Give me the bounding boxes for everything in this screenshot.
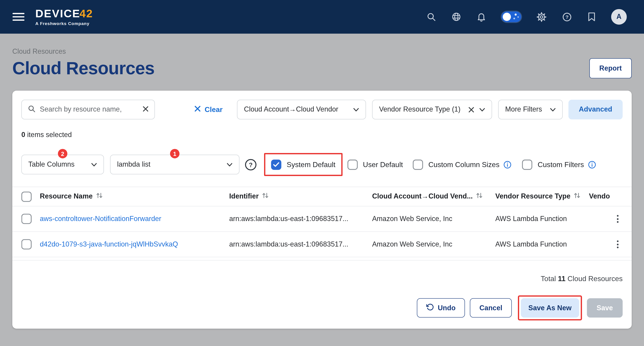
globe-icon[interactable] (452, 12, 461, 22)
navbar-right: ? A (426, 9, 632, 24)
chevron-down-icon (91, 161, 97, 169)
viewport: DEVICE42 A Freshworks Company (0, 0, 644, 346)
identifier-cell: arn:aws:lambda:us-east-1:09683517... (229, 240, 372, 248)
advanced-button[interactable]: Advanced (568, 100, 622, 120)
chevron-down-icon (227, 161, 232, 169)
user-default-group: User Default (347, 159, 403, 170)
chevron-down-icon (550, 105, 556, 114)
column-header-resource-name[interactable]: Resource Name (40, 192, 229, 200)
undo-button[interactable]: Undo (417, 298, 465, 318)
row-checkbox-cell (22, 239, 40, 249)
remove-filter-icon[interactable] (468, 107, 474, 113)
undo-icon (426, 303, 434, 313)
row-actions-kebab-icon[interactable] (615, 239, 620, 250)
sort-icon (476, 192, 483, 200)
select-all-checkbox[interactable] (22, 191, 32, 202)
footer-buttons-row: Undo Cancel Save As New Save (22, 296, 623, 321)
annotation-badge-2: 2 (58, 149, 67, 158)
selected-count: 0 (22, 131, 25, 139)
system-default-checkbox[interactable] (271, 159, 282, 170)
column-header-vendor-resource-type[interactable]: Vendor Resource Type (496, 192, 589, 200)
report-button[interactable]: Report (589, 58, 632, 78)
cloud-account-cell: Amazon Web Service, Inc (372, 215, 496, 223)
items-selected-text: 0 items selected (22, 131, 623, 139)
resource-name-link[interactable]: d42do-1079-s3-java-function-jqWlHbSvvkaQ (40, 240, 178, 248)
hamburger-menu-icon[interactable] (12, 12, 24, 22)
device42-logo[interactable]: DEVICE42 A Freshworks Company (35, 8, 93, 25)
breadcrumb[interactable]: Cloud Resources (12, 48, 632, 56)
bell-icon[interactable] (476, 12, 486, 22)
search-input[interactable] (40, 105, 138, 114)
top-navbar: DEVICE42 A Freshworks Company (0, 0, 644, 34)
user-default-label: User Default (363, 160, 403, 169)
vendor-resource-type-dropdown[interactable]: Vendor Resource Type (1) (372, 100, 492, 120)
row-checkbox-cell (22, 214, 40, 224)
row-actions-kebab-icon[interactable] (615, 213, 620, 224)
page-body: Cloud Resources Cloud Resources Report (0, 48, 644, 329)
user-default-checkbox[interactable] (347, 159, 358, 170)
column-header-vendor-truncated[interactable]: Vendo (589, 192, 613, 200)
save-button[interactable]: Save (587, 298, 622, 318)
dropdown-value: Cloud Account→Cloud Vendor (244, 105, 353, 114)
logo-subtitle: A Freshworks Company (35, 21, 93, 26)
clear-filters-link[interactable]: Clear (194, 105, 223, 114)
header-checkbox-cell (22, 191, 40, 202)
toggle-knob (503, 13, 511, 21)
help-circle-icon[interactable]: ? (245, 159, 256, 171)
more-filters-dropdown[interactable]: More Filters (498, 100, 563, 120)
clear-search-icon[interactable] (142, 106, 148, 113)
svg-text:?: ? (566, 14, 568, 20)
sort-icon (96, 192, 102, 200)
toggle-dot (514, 13, 516, 15)
filters-row: Clear Cloud Account→Cloud Vendor Vendor … (22, 100, 623, 120)
bookmark-icon[interactable] (587, 12, 596, 22)
total-count-text: Total 11 Cloud Resources (22, 275, 623, 283)
column-header-cloud-account[interactable]: Cloud Account→Cloud Vend... (372, 192, 496, 200)
toggle-dot (514, 17, 515, 19)
cloud-account-cell: Amazon Web Service, Inc (372, 240, 496, 248)
search-box (22, 100, 155, 120)
dropdown-value: lambda list (117, 161, 227, 169)
annotation-box-system-default: System Default (264, 153, 342, 176)
annotation-badge-1: 1 (170, 149, 179, 158)
row-checkbox[interactable] (22, 214, 32, 224)
chevron-down-icon (479, 105, 485, 114)
cloud-account-vendor-dropdown[interactable]: Cloud Account→Cloud Vendor (237, 100, 366, 120)
info-icon[interactable] (504, 161, 511, 169)
svg-text:?: ? (249, 161, 253, 168)
view-controls-row: 2 Table Columns 1 lambda list (22, 153, 623, 176)
title-row: Cloud Resources Report (12, 58, 632, 78)
save-as-new-button[interactable]: Save As New (521, 298, 579, 318)
custom-filters-checkbox[interactable] (522, 159, 532, 170)
dropdown-value: More Filters (505, 105, 550, 114)
theme-toggle[interactable] (502, 11, 522, 22)
clear-x-icon (194, 105, 201, 114)
custom-column-sizes-checkbox[interactable] (413, 159, 423, 170)
logo-text: DEVICE42 (35, 8, 93, 19)
row-checkbox[interactable] (22, 239, 32, 249)
table-row: d42do-1079-s3-java-function-jqWlHbSvvkaQ… (12, 232, 632, 257)
dropdown-value: Vendor Resource Type (1) (379, 105, 468, 114)
partial-row (12, 257, 632, 260)
info-icon[interactable] (588, 161, 596, 169)
total-count: 11 (558, 275, 566, 283)
annotation-box-save-as-new: Save As New (518, 296, 582, 321)
clear-label: Clear (205, 105, 223, 114)
custom-filters-label: Custom Filters (538, 160, 584, 169)
search-icon (28, 105, 36, 115)
vendor-type-cell: AWS Lambda Function (496, 240, 589, 248)
chevron-down-icon (353, 105, 359, 114)
toggle-dot (518, 16, 519, 17)
page-title: Cloud Resources (12, 58, 154, 78)
dropdown-value: Table Columns (28, 161, 91, 169)
column-header-identifier[interactable]: Identifier (229, 192, 372, 200)
help-icon[interactable]: ? (562, 12, 572, 22)
system-default-label: System Default (287, 160, 336, 169)
vendor-type-cell: AWS Lambda Function (496, 215, 589, 223)
cloud-resources-card: Clear Cloud Account→Cloud Vendor Vendor … (12, 91, 632, 329)
user-avatar[interactable]: A (611, 9, 627, 24)
cancel-button[interactable]: Cancel (470, 298, 512, 318)
search-icon[interactable] (426, 12, 436, 22)
gear-icon[interactable] (536, 12, 547, 22)
resource-name-link[interactable]: aws-controltower-NotificationForwarder (40, 215, 161, 223)
